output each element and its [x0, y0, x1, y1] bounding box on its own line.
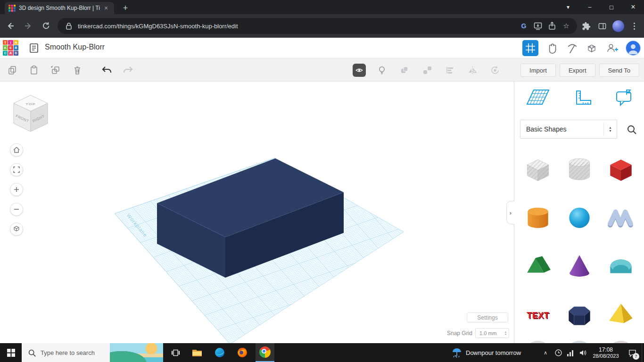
- side-panel-icon[interactable]: [595, 19, 609, 33]
- zoom-in-button[interactable]: [10, 183, 23, 196]
- tab-close-icon[interactable]: ×: [102, 4, 110, 12]
- ungroup-icon[interactable]: [421, 62, 434, 79]
- shape-grid: TEXT TEXT: [517, 144, 642, 343]
- shape-roof[interactable]: [517, 241, 559, 290]
- copy-icon[interactable]: [4, 62, 21, 79]
- address-bar[interactable]: tinkercad.com/things/kGMgD63SJsN-smooth-…: [58, 18, 577, 34]
- hide-lightbulb-icon[interactable]: [375, 62, 388, 79]
- fit-view-button[interactable]: [10, 163, 23, 176]
- design-title[interactable]: Smooth Kup-Blorr: [45, 43, 105, 51]
- shape-cone[interactable]: [559, 241, 600, 290]
- shape-category-select[interactable]: Basic Shapes ▴▾: [520, 120, 617, 139]
- import-button[interactable]: Import: [520, 64, 556, 77]
- weather-widget[interactable]: Downpour tomorrow: [452, 343, 521, 362]
- shape-scribble[interactable]: [600, 193, 642, 241]
- design-menu-icon[interactable]: [27, 41, 41, 55]
- show-desktop-button[interactable]: [642, 343, 644, 362]
- viewcube-top-label[interactable]: TOP: [25, 103, 35, 106]
- network-tray-icon[interactable]: [565, 343, 576, 362]
- notes-tool-icon[interactable]: [615, 88, 634, 110]
- shape-category-value: Basic Shapes: [520, 125, 603, 133]
- zoom-out-button[interactable]: [10, 203, 23, 216]
- lock-rotate-icon[interactable]: [488, 62, 502, 79]
- tinkercad-logo[interactable]: T I N K E R C A D: [3, 40, 18, 56]
- action-center-icon[interactable]: 7: [624, 343, 640, 362]
- browser-tab[interactable]: 3D design Smooth Kup-Blorr | Ti ×: [5, 2, 114, 14]
- back-button[interactable]: [3, 18, 18, 33]
- file-explorer-icon[interactable]: [188, 343, 206, 362]
- edge-icon[interactable]: [210, 343, 229, 362]
- send-to-button[interactable]: Send To: [599, 64, 639, 77]
- close-button[interactable]: ×: [622, 0, 644, 14]
- browser-profile-avatar[interactable]: [611, 19, 625, 33]
- duplicate-icon[interactable]: [47, 62, 64, 79]
- design-canvas[interactable]: Workplane TOP FRONT RIGHT: [0, 82, 514, 343]
- viewcube[interactable]: TOP FRONT RIGHT: [7, 89, 54, 136]
- taskbar-search-input[interactable]: Type here to search: [22, 343, 163, 362]
- forward-button[interactable]: [21, 18, 36, 33]
- sim-lab-hand-icon[interactable]: [546, 42, 558, 54]
- panel-collapse-handle[interactable]: ›: [506, 201, 514, 224]
- account-avatar[interactable]: [626, 41, 640, 55]
- share-icon[interactable]: [545, 19, 559, 33]
- tab-search-chevron-icon[interactable]: ▾: [557, 0, 579, 14]
- shape-search-icon[interactable]: [625, 123, 639, 136]
- invite-person-icon[interactable]: [605, 41, 619, 55]
- taskbar-clock[interactable]: 17:08 28/08/2023: [588, 343, 623, 362]
- workplane-tool-icon[interactable]: [525, 86, 551, 110]
- maximize-button[interactable]: □: [601, 0, 622, 14]
- shape-sphere[interactable]: [559, 193, 600, 241]
- shape-partial[interactable]: [600, 338, 642, 343]
- site-lock-icon[interactable]: [64, 21, 74, 31]
- search-highlight-image[interactable]: [110, 343, 163, 362]
- shape-cylinder[interactable]: [517, 193, 559, 241]
- perspective-toggle-button[interactable]: [10, 222, 23, 236]
- shape-polygon[interactable]: [559, 290, 600, 338]
- mirror-icon[interactable]: [466, 62, 479, 79]
- ruler-tool-icon[interactable]: [573, 89, 593, 110]
- bookmark-star-icon[interactable]: ☆: [559, 19, 573, 33]
- delete-icon[interactable]: [69, 62, 86, 79]
- alarm-clock-tray-icon[interactable]: [553, 343, 564, 362]
- home-view-button[interactable]: [10, 143, 23, 156]
- volume-tray-icon[interactable]: [577, 343, 588, 362]
- group-icon[interactable]: [398, 62, 411, 79]
- shape-box[interactable]: [600, 144, 642, 193]
- shape-round-roof[interactable]: [600, 241, 642, 290]
- minimize-button[interactable]: –: [579, 0, 601, 14]
- shape-box-hole[interactable]: [517, 144, 559, 193]
- cylinder-hole-thumbnail: [564, 153, 595, 184]
- shape-cylinder-hole[interactable]: [559, 144, 600, 193]
- firefox-icon[interactable]: [233, 343, 252, 362]
- lego-brick-icon[interactable]: [586, 42, 598, 54]
- paste-icon[interactable]: [25, 62, 42, 79]
- browser-menu-icon[interactable]: [627, 19, 641, 33]
- shape-partial[interactable]: [559, 338, 600, 343]
- task-view-button[interactable]: [166, 343, 185, 362]
- chrome-icon[interactable]: [256, 343, 274, 362]
- google-icon[interactable]: G: [517, 19, 531, 33]
- snap-grid-value: 1.0 mm: [479, 330, 497, 336]
- export-button[interactable]: Export: [560, 64, 595, 77]
- minecraft-pickaxe-icon[interactable]: [566, 42, 578, 54]
- extensions-puzzle-icon[interactable]: [579, 19, 593, 33]
- install-app-icon[interactable]: [531, 19, 545, 33]
- canvas-3d-scene[interactable]: Workplane: [0, 82, 514, 343]
- hidden-icons-chevron[interactable]: ∧: [540, 343, 551, 362]
- shape-partial[interactable]: [517, 338, 559, 343]
- redo-icon[interactable]: [120, 62, 137, 79]
- show-all-icon[interactable]: [353, 64, 366, 77]
- dashboard-grid-icon[interactable]: [522, 40, 538, 56]
- align-icon[interactable]: [443, 62, 456, 79]
- cone-thumbnail: [564, 250, 595, 281]
- snap-grid-select[interactable]: 1.0 mm ▴▾: [475, 328, 509, 338]
- reload-button[interactable]: [39, 18, 54, 33]
- new-tab-button[interactable]: +: [119, 2, 132, 14]
- shape-text[interactable]: TEXT TEXT: [517, 290, 559, 338]
- url-text[interactable]: tinkercad.com/things/kGMgD63SJsN-smooth-…: [78, 23, 517, 30]
- settings-button[interactable]: Settings: [467, 313, 508, 322]
- undo-icon[interactable]: [98, 62, 115, 79]
- shape-pyramid[interactable]: [600, 290, 642, 338]
- start-button[interactable]: [0, 343, 22, 362]
- snap-grid-arrows-icon[interactable]: ▴▾: [505, 331, 506, 336]
